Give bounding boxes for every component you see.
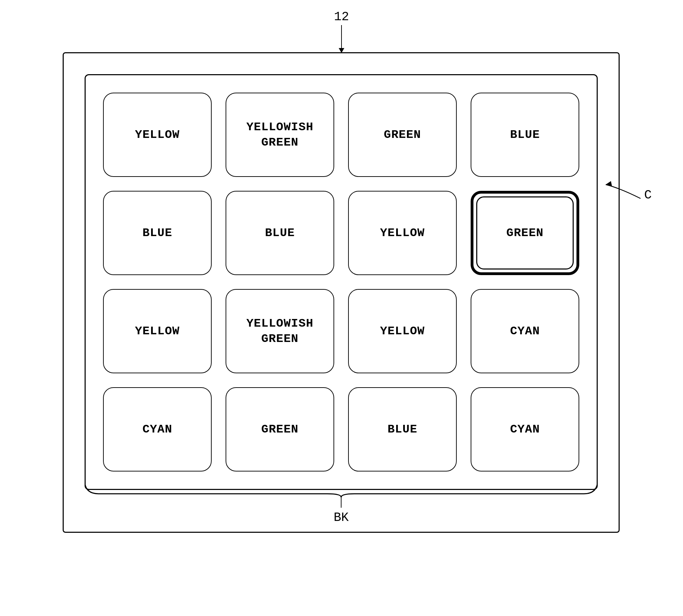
- grid-cell-r3-c4[interactable]: CYAN: [471, 289, 579, 373]
- grid-cell-r2-c3[interactable]: YELLOW: [348, 191, 457, 275]
- grid-cell-r2-c4[interactable]: GREEN: [471, 191, 579, 275]
- grid-cell-r2-c2[interactable]: BLUE: [226, 191, 334, 275]
- bk-label: BK: [333, 510, 348, 525]
- grid-cell-r4-c4[interactable]: CYAN: [471, 387, 579, 471]
- grid-cell-r4-c3[interactable]: BLUE: [348, 387, 457, 471]
- grid-cell-r1-c3[interactable]: GREEN: [348, 93, 457, 177]
- grid-cell-r2-c1[interactable]: BLUE: [103, 191, 212, 275]
- grid-cell-r3-c2[interactable]: YELLOWISH GREEN: [226, 289, 334, 373]
- grid-cell-r3-c3[interactable]: YELLOW: [348, 289, 457, 373]
- brace-container: BK: [85, 480, 598, 525]
- color-grid: YELLOWYELLOWISH GREENGREENBLUEBLUEBLUEYE…: [103, 93, 579, 471]
- grid-cell-r4-c2[interactable]: GREEN: [226, 387, 334, 471]
- outer-box: YELLOWYELLOWISH GREENGREENBLUEBLUEBLUEYE…: [63, 52, 620, 533]
- brace: [85, 480, 598, 497]
- top-label: 12: [334, 10, 349, 24]
- grid-cell-r1-c4[interactable]: BLUE: [471, 93, 579, 177]
- top-arrow: [341, 25, 342, 53]
- c-label: C: [644, 188, 652, 202]
- grid-cell-r1-c1[interactable]: YELLOW: [103, 93, 212, 177]
- brace-arrow: [341, 497, 342, 508]
- grid-cell-r3-c1[interactable]: YELLOW: [103, 289, 212, 373]
- grid-cell-r1-c2[interactable]: YELLOWISH GREEN: [226, 93, 334, 177]
- grid-cell-r4-c1[interactable]: CYAN: [103, 387, 212, 471]
- inner-box: YELLOWYELLOWISH GREENGREENBLUEBLUEBLUEYE…: [85, 74, 598, 490]
